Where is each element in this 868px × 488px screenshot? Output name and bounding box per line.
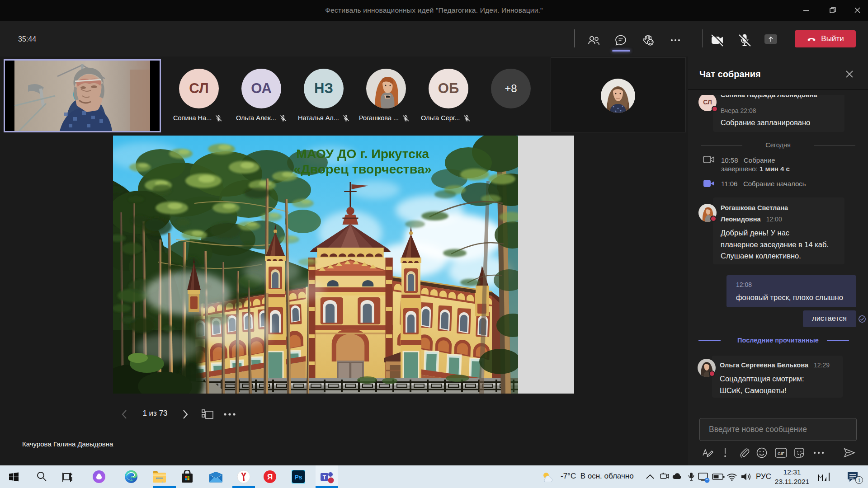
svg-text:Я: Я (267, 473, 273, 481)
svg-text:GIF: GIF (778, 451, 785, 456)
svg-text:«Дворец творчества»: «Дворец творчества» (293, 162, 431, 176)
svg-text:Ps: Ps (294, 474, 302, 481)
svg-text:МАОУ ДО г. Иркутска: МАОУ ДО г. Иркутска (296, 146, 429, 161)
svg-text:T: T (323, 474, 326, 481)
